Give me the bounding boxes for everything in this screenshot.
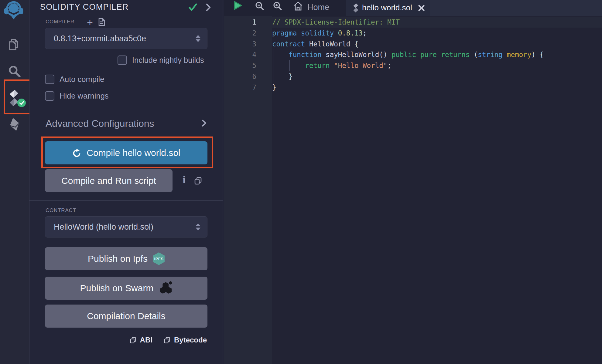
add-compiler-icon[interactable]: +	[87, 16, 93, 28]
hide-warnings-row: Hide warnings	[45, 91, 109, 101]
code-text: }	[272, 72, 293, 80]
code-text: return "Hello World";	[272, 62, 392, 69]
code-line: 4 function sayHelloWorld() public pure r…	[224, 49, 602, 60]
icon-sidebar	[0, 0, 29, 364]
editor-area: Home hello world.sol 1// SPDX-License-Id…	[224, 0, 602, 364]
home-tab-label[interactable]: Home	[307, 3, 329, 12]
bytecode-label[interactable]: Bytecode	[174, 336, 207, 344]
select-caret-icon	[196, 35, 200, 42]
publish-swarm-label: Publish on Swarm	[80, 283, 154, 293]
line-number: 3	[224, 40, 272, 48]
publish-swarm-button[interactable]: Publish on Swarm	[45, 277, 207, 300]
compiler-version-select[interactable]: 0.8.13+commit.abaa5c0e	[45, 28, 207, 49]
copy-icon[interactable]	[194, 177, 202, 185]
tab-hello-world-sol[interactable]: hello world.sol	[346, 0, 430, 16]
compile-run-label: Compile and Run script	[61, 176, 156, 186]
advanced-configurations-label: Advanced Configurations	[46, 118, 154, 129]
deploy-run-icon[interactable]	[6, 116, 22, 132]
active-tab-label: hello world.sol	[362, 3, 412, 12]
advanced-configurations[interactable]: Advanced Configurations	[46, 117, 207, 130]
zoom-in-icon[interactable]	[273, 2, 282, 11]
contract-section-label: CONTRACT	[46, 207, 76, 214]
close-tab-icon[interactable]	[418, 4, 425, 12]
contract-select[interactable]: HelloWorld (hello world.sol)	[45, 216, 207, 238]
publish-ipfs-label: Publish on Ipfs	[88, 254, 148, 264]
contract-select-value: HelloWorld (hello world.sol)	[54, 222, 153, 232]
info-icon[interactable]: i	[181, 174, 187, 184]
abi-bytecode-row: ABI Bytecode	[130, 336, 207, 344]
tab-bar-filler	[430, 0, 602, 16]
compilation-details-button[interactable]: Compilation Details	[45, 305, 207, 328]
code-lines: 1// SPDX-License-Identifier: MIT2pragma …	[224, 17, 602, 93]
code-text: function sayHelloWorld() public pure ret…	[272, 51, 544, 59]
select-caret-icon	[196, 224, 200, 231]
code-text: }	[272, 83, 276, 91]
panel-title: SOLIDITY COMPILER	[40, 2, 128, 12]
auto-compile-checkbox[interactable]	[45, 75, 54, 84]
run-script-icon[interactable]	[233, 1, 243, 10]
swarm-icon	[159, 282, 172, 295]
code-line: 2pragma solidity 0.8.13;	[224, 28, 602, 39]
home-icon[interactable]	[293, 1, 303, 11]
compiler-version-value: 0.8.13+commit.abaa5c0e	[54, 34, 146, 43]
tab-bar: Home hello world.sol	[224, 0, 602, 16]
code-text: pragma solidity 0.8.13;	[272, 29, 367, 37]
compile-button-label: Compile hello world.sol	[87, 148, 180, 158]
zoom-out-icon[interactable]	[255, 2, 264, 11]
line-number: 7	[224, 83, 272, 91]
line-number: 6	[224, 72, 272, 80]
line-number: 4	[224, 51, 272, 59]
hide-warnings-checkbox[interactable]	[45, 91, 54, 101]
compilation-details-label: Compilation Details	[87, 311, 165, 321]
compiler-doc-icon[interactable]	[98, 18, 105, 26]
indent-guide	[289, 60, 290, 71]
code-line: 5 return "Hello World";	[224, 60, 602, 71]
compiler-section-label: COMPILER	[46, 19, 74, 25]
panel-collapse-chevron-icon[interactable]	[206, 3, 211, 11]
include-nightly-row: Include nightly builds	[118, 56, 204, 65]
remix-logo-icon[interactable]	[2, 0, 26, 19]
code-line: 7}	[224, 82, 602, 93]
compile-button[interactable]: Compile hello world.sol	[45, 141, 207, 164]
code-editor[interactable]: 1// SPDX-License-Identifier: MIT2pragma …	[224, 16, 602, 364]
code-line: 1// SPDX-License-Identifier: MIT	[224, 17, 602, 28]
search-icon[interactable]	[8, 65, 21, 77]
code-line: 3contract HelloWorld {	[224, 39, 602, 49]
solidity-file-icon	[353, 3, 358, 12]
copy-bytecode-icon[interactable]	[164, 337, 170, 344]
indent-guide	[273, 71, 273, 82]
include-nightly-label: Include nightly builds	[132, 56, 204, 65]
compile-success-check-icon	[189, 3, 197, 12]
copy-abi-icon[interactable]	[130, 337, 136, 344]
line-number: 2	[224, 29, 272, 37]
annotation-box-compiler-icon	[4, 79, 32, 114]
file-explorer-icon[interactable]	[7, 38, 20, 51]
indent-guide	[273, 60, 273, 71]
section-divider	[29, 200, 223, 201]
compile-and-run-button[interactable]: Compile and Run script	[45, 169, 173, 192]
solidity-compiler-panel: SOLIDITY COMPILER COMPILER + 0.8.13+comm…	[29, 0, 223, 364]
code-text: // SPDX-License-Identifier: MIT	[272, 18, 400, 26]
code-line: 6 }	[224, 71, 602, 82]
ipfs-icon: IPFS	[153, 252, 165, 265]
abi-label[interactable]: ABI	[140, 336, 152, 344]
code-text: contract HelloWorld {	[272, 40, 358, 48]
auto-compile-row: Auto compile	[45, 75, 104, 84]
line-number: 5	[224, 62, 272, 69]
hide-warnings-label: Hide warnings	[60, 92, 109, 100]
include-nightly-checkbox[interactable]	[118, 56, 127, 65]
publish-ipfs-button[interactable]: Publish on Ipfs IPFS	[45, 247, 207, 270]
auto-compile-label: Auto compile	[60, 75, 104, 84]
line-number: 1	[224, 18, 272, 26]
refresh-icon	[72, 148, 81, 158]
remix-ide: SOLIDITY COMPILER COMPILER + 0.8.13+comm…	[0, 0, 602, 364]
advanced-expand-chevron-icon[interactable]	[202, 120, 207, 127]
indent-guide	[273, 49, 273, 60]
